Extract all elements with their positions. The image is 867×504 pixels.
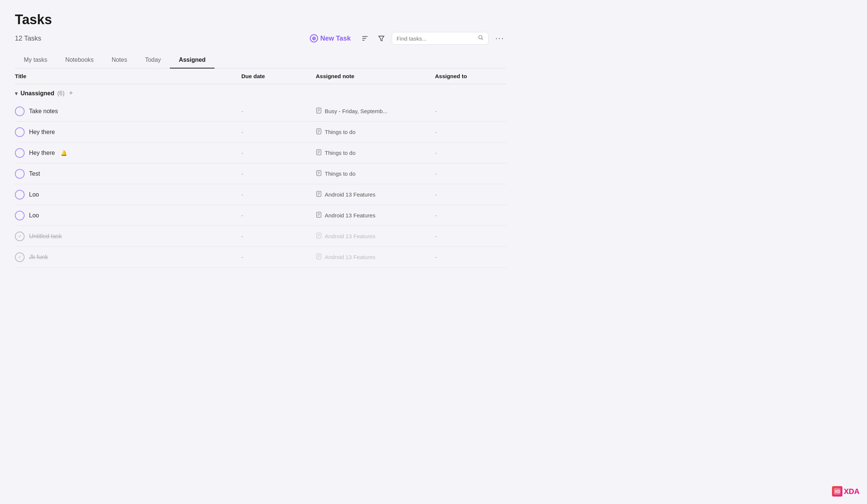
note-doc-icon [316,149,322,156]
task-assigned-note: Things to do [313,170,432,177]
task-assigned-to: - [432,233,506,239]
task-due-date: - [238,191,313,198]
col-due-date: Due date [238,73,313,79]
task-name: Untitled task [29,233,62,240]
task-title-cell: Untitled task [15,229,238,244]
filter-icon [378,35,385,42]
task-assigned-note: Busy - Friday, Septemb... [313,108,432,115]
note-doc-icon [316,170,322,177]
task-complete-button[interactable] [15,148,25,158]
task-name: Hey there [29,129,55,135]
svg-text:XD: XD [835,489,840,494]
group-unassigned-header: ▾ Unassigned (6) + [15,84,506,101]
xda-watermark: XD XDA [832,486,860,497]
note-doc-icon [316,233,322,240]
task-assigned-note: Android 13 Features [313,253,432,261]
tab-today[interactable]: Today [136,52,170,68]
task-complete-button[interactable] [15,127,25,137]
task-complete-button[interactable] [15,169,25,179]
task-complete-button[interactable] [15,232,25,241]
col-assigned-to: Assigned to [432,73,506,79]
table-row[interactable]: Hey there - Things to do - [15,122,506,143]
note-doc-icon [316,128,322,135]
task-due-date: - [238,254,313,260]
more-options-icon: ··· [495,34,504,43]
task-due-date: - [238,108,313,114]
note-doc-icon [316,108,322,115]
task-assigned-to: - [432,254,506,260]
task-complete-button[interactable] [15,252,25,262]
task-due-date: - [238,170,313,177]
table-row[interactable]: Jk funk - Android 13 Features - [15,247,506,268]
svg-marker-3 [379,36,384,41]
task-complete-button[interactable] [15,106,25,116]
task-assigned-to: - [432,108,506,114]
table-row[interactable]: Take notes - Busy - Friday, Septemb... - [15,101,506,122]
task-assigned-note: Android 13 Features [313,212,432,219]
task-title-cell: Hey there 🔔 [15,145,238,161]
col-title: Title [15,73,238,79]
task-title-cell: Hey there [15,124,238,140]
table-row[interactable]: Untitled task - Android 13 Features - [15,226,506,247]
tab-assigned[interactable]: Assigned [170,52,215,68]
task-due-date: - [238,212,313,218]
table-row[interactable]: Test - Things to do - [15,163,506,184]
search-bar [392,32,489,45]
new-task-button[interactable]: ⊕ New Task [306,32,355,45]
chevron-down-icon[interactable]: ▾ [15,90,18,96]
task-title-cell: Jk funk [15,249,238,265]
tab-my-tasks[interactable]: My tasks [15,52,56,68]
task-complete-button[interactable] [15,211,25,220]
task-assigned-note: Android 13 Features [313,191,432,198]
task-name: Hey there [29,150,55,156]
note-doc-icon [316,191,322,198]
task-title-cell: Test [15,166,238,182]
task-title-cell: Take notes [15,103,238,119]
search-icon [478,35,484,42]
table-row[interactable]: Loo - Android 13 Features - [15,205,506,226]
page-title: Tasks [15,12,506,28]
task-assigned-to: - [432,212,506,218]
new-task-icon: ⊕ [310,34,318,42]
task-due-date: - [238,129,313,135]
table-row[interactable]: Loo - Android 13 Features - [15,184,506,205]
add-to-group-button[interactable]: + [67,89,74,97]
task-count: 12 Tasks [15,35,41,42]
group-count: (6) [57,90,65,97]
tab-bar: My tasks Notebooks Notes Today Assigned [15,52,506,68]
task-assigned-to: - [432,150,506,156]
tab-notebooks[interactable]: Notebooks [56,52,103,68]
task-title-cell: Loo [15,187,238,202]
svg-line-5 [482,39,483,40]
task-assigned-note: Android 13 Features [313,233,432,240]
task-complete-button[interactable] [15,190,25,200]
svg-point-4 [479,36,482,39]
group-label: Unassigned [20,90,54,97]
task-list: Take notes - Busy - Friday, Septemb... -… [15,101,506,268]
note-doc-icon [316,253,322,261]
task-assigned-to: - [432,191,506,198]
search-input[interactable] [397,35,475,42]
tasks-table: Title Due date Assigned note Assigned to… [15,68,506,268]
bell-icon: 🔔 [61,150,67,156]
sort-icon [361,35,369,42]
filter-button[interactable] [375,33,387,44]
task-name: Loo [29,191,39,198]
table-row[interactable]: Hey there 🔔 - Things to do - [15,143,506,163]
tab-notes[interactable]: Notes [103,52,136,68]
task-assigned-to: - [432,129,506,135]
task-title-cell: Loo [15,208,238,223]
sort-button[interactable] [359,33,371,44]
col-assigned-note: Assigned note [313,73,432,79]
task-due-date: - [238,150,313,156]
task-assigned-note: Things to do [313,149,432,156]
note-doc-icon [316,212,322,219]
task-name: Loo [29,212,39,219]
task-name: Test [29,170,40,177]
task-assigned-to: - [432,170,506,177]
task-due-date: - [238,233,313,239]
task-name: Take notes [29,108,58,115]
task-assigned-note: Things to do [313,128,432,135]
more-options-button[interactable]: ··· [493,33,506,44]
table-header: Title Due date Assigned note Assigned to [15,68,506,84]
